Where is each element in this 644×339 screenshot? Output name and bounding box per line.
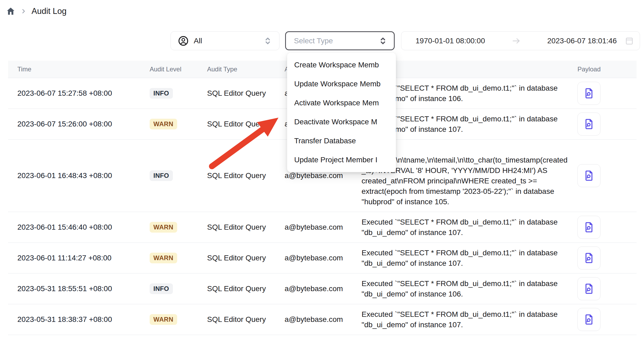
audit-log-page: Audit Log All Select Type 1970-01-01 08:… [0,0,644,339]
type-menu-item[interactable]: Deactivate Workspace M [287,112,396,131]
user-circle-icon [178,35,189,47]
table-row: 2023-05-31 18:55:51 +08:00 INFO SQL Edit… [8,273,637,304]
document-search-icon [583,283,595,295]
audit-level-badge: INFO [150,88,173,99]
cell-time: 2023-06-07 15:27:58 +08:00 [8,89,142,98]
cell-payload [569,277,637,300]
audit-level-badge: WARN [150,222,177,233]
cell-audit-level: WARN [142,253,199,263]
cell-audit-type: SQL Editor Query [199,171,277,180]
type-filter-dropdown-menu: Create Workspace MembUpdate Workspace Me… [287,52,396,172]
column-header-audit-level: Audit Level [142,66,199,73]
cell-comment: Executed `"SELECT * FROM db_ui_demo.t1;"… [354,243,569,273]
column-header-payload: Payload [569,66,637,73]
payload-view-button[interactable] [577,164,600,187]
document-search-icon [583,252,595,264]
date-range-start: 1970-01-01 08:00:00 [416,37,485,45]
breadcrumb-chevron-icon [20,7,27,15]
cell-audit-level: INFO [142,283,199,294]
type-filter-placeholder: Select Type [294,37,378,45]
chevron-updown-icon [263,36,273,46]
document-search-icon [583,221,595,233]
type-menu-item[interactable]: Transfer Database [287,131,396,150]
type-menu-item[interactable]: Create Workspace Memb [287,55,396,74]
cell-payload [569,113,637,136]
table-row: 2023-06-01 11:14:27 +08:00 WARN SQL Edit… [8,243,637,273]
cell-audit-level: WARN [142,222,199,233]
actor-filter-value: All [194,37,258,45]
table-row: 2023-05-31 18:38:37 +08:00 WARN SQL Edit… [8,304,637,335]
actor-filter-select[interactable]: All [170,31,280,50]
type-menu-item[interactable]: Activate Workspace Mem [287,93,396,112]
date-range-end: 2023-06-07 18:01:46 [547,37,617,45]
cell-time: 2023-06-01 11:14:27 +08:00 [8,254,142,262]
page-title: Audit Log [32,6,67,16]
cell-time: 2023-06-01 15:46:40 +08:00 [8,223,142,232]
cell-payload [569,216,637,239]
cell-time: 2023-05-31 18:38:37 +08:00 [8,315,142,324]
breadcrumb: Audit Log [6,6,67,16]
calendar-icon [625,36,634,45]
cell-audit-type: SQL Editor Query [199,89,277,98]
cell-payload [569,82,637,105]
cell-payload [569,246,637,269]
cell-comment: Executed `"SELECT * FROM db_ui_demo.t1;"… [354,304,569,335]
table-row: 2023-06-01 15:46:40 +08:00 WARN SQL Edit… [8,212,637,243]
cell-time: 2023-05-31 18:55:51 +08:00 [8,284,142,293]
payload-view-button[interactable] [577,277,600,300]
cell-time: 2023-06-01 16:48:43 +08:00 [8,171,142,180]
document-search-icon [583,118,595,130]
type-menu-item[interactable]: Update Project Member I [287,150,396,169]
cell-payload [569,308,637,331]
cell-actor: a@bytebase.com [277,254,354,262]
payload-view-button[interactable] [577,113,600,136]
cell-actor: a@bytebase.com [277,223,354,232]
payload-view-button[interactable] [577,246,600,269]
cell-audit-type: SQL Editor Query [199,315,277,324]
cell-audit-level: WARN [142,119,199,129]
type-filter-select[interactable]: Select Type [285,31,395,50]
cell-time: 2023-06-07 15:26:00 +08:00 [8,120,142,128]
cell-audit-level: INFO [142,88,199,99]
cell-audit-type: SQL Editor Query [199,223,277,232]
cell-audit-type: SQL Editor Query [199,120,277,128]
audit-level-badge: INFO [150,170,173,181]
document-search-icon [583,313,595,326]
arrow-right-icon [511,36,521,46]
audit-level-badge: WARN [150,119,177,129]
cell-comment: Executed `"SELECT * FROM db_ui_demo.t1;"… [354,273,569,304]
payload-view-button[interactable] [577,216,600,239]
cell-actor: a@bytebase.com [277,171,354,180]
type-menu-item[interactable]: Update Workspace Memb [287,74,396,93]
cell-audit-level: INFO [142,170,199,181]
payload-view-button[interactable] [577,82,600,105]
date-range-picker[interactable]: 1970-01-01 08:00:00 2023-06-07 18:01:46 [401,31,640,50]
document-search-icon [583,87,595,99]
cell-audit-level: WARN [142,314,199,325]
audit-level-badge: WARN [150,253,177,263]
cell-payload [569,164,637,187]
chevron-updown-icon [378,36,388,46]
cell-audit-type: SQL Editor Query [199,284,277,293]
column-header-audit-type: Audit Type [199,66,277,73]
cell-audit-type: SQL Editor Query [199,254,277,262]
payload-view-button[interactable] [577,308,600,331]
cell-actor: a@bytebase.com [277,315,354,324]
audit-level-badge: WARN [150,314,177,325]
cell-comment: Executed `"SELECT * FROM db_ui_demo.t1;"… [354,212,569,242]
cell-actor: a@bytebase.com [277,284,354,293]
table-row [8,335,637,339]
document-search-icon [583,170,595,182]
audit-level-badge: INFO [150,283,173,294]
column-header-time: Time [8,66,142,73]
home-icon[interactable] [6,6,15,16]
